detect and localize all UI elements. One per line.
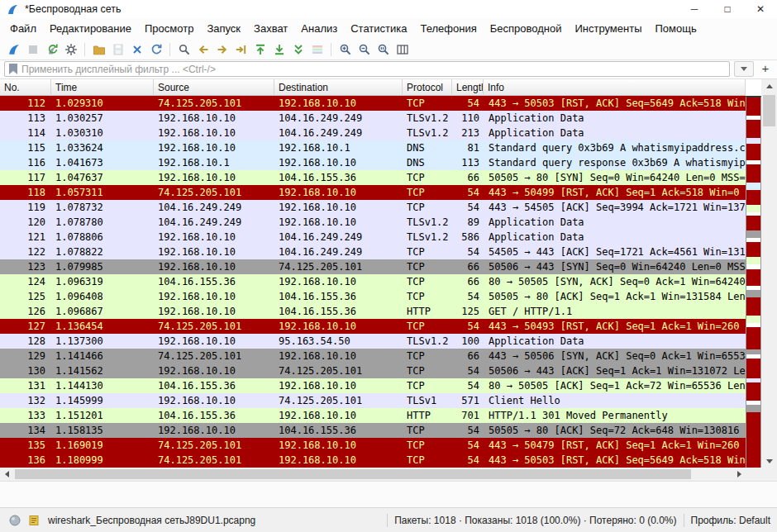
cell-info: 50506 → 443 [ACK] Seq=1 Ack=1 Win=131072… xyxy=(484,363,746,378)
scroll-up-icon[interactable] xyxy=(761,79,777,93)
column-header-len[interactable]: Length xyxy=(452,79,484,96)
packet-row-117[interactable]: 1171.047637192.168.10.10104.16.155.36TCP… xyxy=(0,170,746,185)
menu-item-8[interactable]: Телефония xyxy=(413,20,483,37)
minimize-button[interactable]: ─ xyxy=(678,0,711,18)
packet-row-118[interactable]: 1181.05731174.125.205.101192.168.10.10TC… xyxy=(0,185,746,200)
horizontal-scroll-thumb[interactable] xyxy=(15,469,691,479)
back-arrow-icon[interactable] xyxy=(193,40,212,59)
display-filter-field[interactable] xyxy=(4,61,730,77)
packet-row-136[interactable]: 1361.18099974.125.205.101192.168.10.10TC… xyxy=(0,453,746,468)
forward-arrow-icon[interactable] xyxy=(212,40,231,59)
intelligent-scrollbar-minimap[interactable] xyxy=(746,96,761,468)
packet-row-113[interactable]: 1131.030257192.168.10.10104.16.249.249TL… xyxy=(0,111,746,126)
menu-item-1[interactable]: Файл xyxy=(3,20,43,37)
zoom-in-icon[interactable] xyxy=(336,40,355,59)
profile-label[interactable]: Профиль: Default xyxy=(691,515,771,526)
cell-info: Application Data xyxy=(484,126,746,140)
packet-row-120[interactable]: 1201.078780104.16.249.249192.168.10.10TL… xyxy=(0,215,746,230)
packet-row-132[interactable]: 1321.145999192.168.10.1074.125.205.101TL… xyxy=(0,393,746,408)
packet-row-119[interactable]: 1191.078732104.16.249.249192.168.10.10TC… xyxy=(0,200,746,215)
packet-row-131[interactable]: 1311.144130104.16.155.36192.168.10.10TCP… xyxy=(0,378,746,393)
menu-item-7[interactable]: Статистика xyxy=(344,20,413,37)
column-header-proto[interactable]: Protocol xyxy=(403,79,452,96)
menu-item-10[interactable]: Инструменты xyxy=(568,20,648,37)
packet-row-116[interactable]: 1161.041673192.168.10.1192.168.10.10DNS1… xyxy=(0,155,746,170)
resize-columns-icon[interactable] xyxy=(393,40,412,59)
cell-len: 54 xyxy=(452,289,484,304)
maximize-button[interactable]: □ xyxy=(711,0,744,18)
packet-row-125[interactable]: 1251.096408192.168.10.10104.16.155.36TCP… xyxy=(0,289,746,304)
capture-options-icon[interactable] xyxy=(61,40,80,59)
capture-comment-icon[interactable] xyxy=(26,512,42,529)
menu-item-2[interactable]: Редактирование xyxy=(43,20,138,37)
column-header-src[interactable]: Source xyxy=(154,79,274,96)
cell-proto: TCP xyxy=(403,245,452,259)
stop-capture-icon[interactable] xyxy=(23,40,42,59)
packet-row-127[interactable]: 1271.13645474.125.205.101192.168.10.10TC… xyxy=(0,319,746,334)
close-button[interactable]: ✕ xyxy=(744,0,777,18)
filter-expression-dropdown-icon[interactable] xyxy=(734,61,754,77)
menu-item-4[interactable]: Запуск xyxy=(200,20,247,37)
restart-capture-icon[interactable] xyxy=(42,40,61,59)
horizontal-scrollbar[interactable] xyxy=(0,468,746,481)
column-header-info[interactable]: Info xyxy=(484,79,746,96)
cell-proto: TLSv1.2 xyxy=(403,126,452,140)
save-file-icon[interactable] xyxy=(108,40,127,59)
packet-row-134[interactable]: 1341.158135192.168.10.10104.16.155.36TCP… xyxy=(0,423,746,438)
find-packet-icon[interactable] xyxy=(174,40,193,59)
packet-row-112[interactable]: 1121.02931074.125.205.101192.168.10.10TC… xyxy=(0,96,746,111)
filter-bookmark-icon[interactable] xyxy=(9,64,17,74)
column-header-no[interactable]: No. xyxy=(0,79,51,96)
packet-row-129[interactable]: 1291.14146674.125.205.101192.168.10.10TC… xyxy=(0,349,746,363)
colorize-icon[interactable] xyxy=(307,40,327,59)
cell-src: 104.16.155.36 xyxy=(154,378,274,393)
menu-item-6[interactable]: Анализ xyxy=(294,20,344,37)
cell-proto: TLSv1.2 xyxy=(403,334,452,349)
goto-packet-icon[interactable] xyxy=(231,40,250,59)
menu-item-5[interactable]: Захват xyxy=(247,20,294,37)
packet-row-130[interactable]: 1301.141562192.168.10.1074.125.205.101TC… xyxy=(0,363,746,378)
cell-src: 192.168.10.1 xyxy=(154,155,274,170)
start-capture-icon[interactable] xyxy=(4,40,23,59)
scroll-right-icon[interactable] xyxy=(732,468,746,481)
packet-row-123[interactable]: 1231.079985192.168.10.1074.125.205.101TC… xyxy=(0,259,746,274)
packet-row-122[interactable]: 1221.078822192.168.10.10104.16.249.249TC… xyxy=(0,245,746,259)
column-header-time[interactable]: Time xyxy=(51,79,154,96)
packet-row-115[interactable]: 1151.033624192.168.10.10192.168.10.1DNS8… xyxy=(0,140,746,155)
reload-icon[interactable] xyxy=(146,40,165,59)
cell-time: 1.078780 xyxy=(51,215,154,230)
packet-row-128[interactable]: 1281.137300192.168.10.1095.163.54.50TLSv… xyxy=(0,334,746,349)
vertical-scroll-thumb[interactable] xyxy=(763,95,775,126)
packet-row-133[interactable]: 1331.151201104.16.155.36192.168.10.10HTT… xyxy=(0,408,746,423)
go-last-icon[interactable] xyxy=(269,40,288,59)
scroll-left-icon[interactable] xyxy=(0,468,13,481)
packet-row-114[interactable]: 1141.030310192.168.10.10104.16.249.249TL… xyxy=(0,126,746,140)
packet-row-135[interactable]: 1351.16901974.125.205.101192.168.10.10TC… xyxy=(0,438,746,453)
open-file-icon[interactable] xyxy=(89,40,108,59)
zoom-reset-icon[interactable] xyxy=(374,40,393,59)
add-filter-button[interactable]: + xyxy=(758,61,773,77)
display-filter-input[interactable] xyxy=(21,62,729,76)
go-first-icon[interactable] xyxy=(250,40,269,59)
cell-dst: 192.168.10.10 xyxy=(274,453,403,468)
menu-item-9[interactable]: Беспроводной xyxy=(484,20,569,37)
column-header-dst[interactable]: Destination xyxy=(274,79,403,96)
cell-time: 1.030310 xyxy=(51,126,154,140)
packet-row-121[interactable]: 1211.078806192.168.10.10104.16.249.249TL… xyxy=(0,230,746,245)
cell-len: 701 xyxy=(452,408,484,423)
auto-scroll-icon[interactable] xyxy=(288,40,307,59)
expert-info-icon[interactable] xyxy=(7,512,23,529)
packet-row-124[interactable]: 1241.096319104.16.155.36192.168.10.10TCP… xyxy=(0,274,746,289)
cell-dst: 74.125.205.101 xyxy=(274,363,403,378)
close-file-icon[interactable] xyxy=(127,40,146,59)
cell-proto: HTTP xyxy=(403,408,452,423)
menu-item-3[interactable]: Просмотр xyxy=(138,20,200,37)
packet-row-126[interactable]: 1261.096867192.168.10.10104.16.155.36HTT… xyxy=(0,304,746,319)
scroll-down-icon[interactable] xyxy=(761,454,777,468)
zoom-out-icon[interactable] xyxy=(355,40,374,59)
cell-no: 117 xyxy=(0,170,51,185)
vertical-scrollbar[interactable] xyxy=(761,79,777,468)
menu-item-11[interactable]: Помощь xyxy=(649,20,703,37)
vertical-scroll-track[interactable] xyxy=(761,93,777,454)
horizontal-scroll-track[interactable] xyxy=(13,468,732,481)
